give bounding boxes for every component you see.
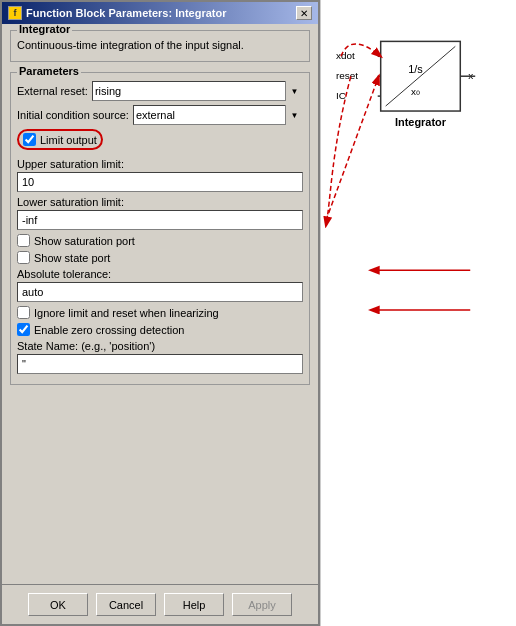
enable-zero-crossing-checkbox[interactable]	[17, 323, 30, 336]
block-name-label: Integrator	[395, 116, 447, 128]
upper-saturation-label: Upper saturation limit:	[17, 158, 303, 170]
integrator-section-title: Integrator	[17, 24, 72, 35]
limit-output-arrow	[326, 76, 379, 220]
absolute-tolerance-label: Absolute tolerance:	[17, 268, 303, 280]
diagram-panel: 1/s x₀ xdot reset IC x Integrator	[320, 0, 516, 626]
absolute-tolerance-container: Absolute tolerance:	[17, 268, 303, 306]
initial-condition-row: Initial condition source: external inter…	[17, 105, 303, 125]
ignore-limit-label: Ignore limit and reset when linearizing	[34, 307, 219, 319]
external-reset-label: External reset:	[17, 85, 88, 97]
show-saturation-port-label: Show saturation port	[34, 235, 135, 247]
external-reset-select-wrapper: rising falling either none ▼	[92, 81, 303, 101]
ignore-limit-row: Ignore limit and reset when linearizing	[17, 306, 303, 319]
enable-zero-crossing-row: Enable zero crossing detection	[17, 323, 303, 336]
dialog-title: Function Block Parameters: Integrator	[26, 7, 227, 19]
limit-output-checkbox[interactable]	[23, 133, 36, 146]
close-button[interactable]: ✕	[296, 6, 312, 20]
initial-condition-select[interactable]: external internal	[133, 105, 303, 125]
upper-saturation-input[interactable]	[17, 172, 303, 192]
state-name-container: State Name: (e.g., 'position')	[17, 340, 303, 378]
initial-state-text: x₀	[411, 86, 420, 97]
integrator-description: Continuous-time integration of the input…	[17, 39, 303, 51]
parameters-section-title: Parameters	[17, 65, 81, 77]
show-state-port-label: Show state port	[34, 252, 110, 264]
show-state-port-checkbox[interactable]	[17, 251, 30, 264]
show-saturation-port-checkbox[interactable]	[17, 234, 30, 247]
title-bar: f Function Block Parameters: Integrator …	[2, 2, 318, 24]
upper-saturation-container: Upper saturation limit:	[17, 158, 303, 196]
transfer-fn-text: 1/s	[408, 63, 423, 75]
lower-saturation-container: Lower saturation limit:	[17, 196, 303, 234]
apply-button[interactable]: Apply	[232, 593, 292, 616]
xdot-port-label: xdot	[336, 50, 355, 61]
absolute-tolerance-input[interactable]	[17, 282, 303, 302]
title-bar-left: f Function Block Parameters: Integrator	[8, 6, 227, 20]
show-state-port-row: Show state port	[17, 251, 303, 264]
initial-condition-label: Initial condition source:	[17, 109, 129, 121]
limit-output-label: Limit output	[40, 134, 97, 146]
dialog-body: Integrator Continuous-time integration o…	[2, 24, 318, 584]
initial-condition-select-wrapper: external internal ▼	[133, 105, 303, 125]
state-name-label: State Name: (e.g., 'position')	[17, 340, 303, 352]
external-reset-row: External reset: rising falling either no…	[17, 81, 303, 101]
integrator-section: Integrator Continuous-time integration o…	[10, 30, 310, 68]
show-saturation-port-row: Show saturation port	[17, 234, 303, 247]
function-block-parameters-dialog: f Function Block Parameters: Integrator …	[0, 0, 320, 626]
external-reset-select[interactable]: rising falling either none	[92, 81, 303, 101]
dialog-icon: f	[8, 6, 22, 20]
limit-output-highlight: Limit output	[17, 129, 103, 150]
ok-button[interactable]: OK	[28, 593, 88, 616]
diagram-svg: 1/s x₀ xdot reset IC x Integrator	[321, 0, 516, 626]
lower-saturation-label: Lower saturation limit:	[17, 196, 303, 208]
help-button[interactable]: Help	[164, 593, 224, 616]
lower-saturation-input[interactable]	[17, 210, 303, 230]
spacer	[10, 391, 310, 578]
parameters-section: Parameters External reset: rising fallin…	[10, 72, 310, 385]
button-bar: OK Cancel Help Apply	[2, 584, 318, 624]
enable-zero-crossing-label: Enable zero crossing detection	[34, 324, 184, 336]
reset-port-label: reset	[336, 70, 358, 81]
cancel-button[interactable]: Cancel	[96, 593, 156, 616]
ignore-limit-checkbox[interactable]	[17, 306, 30, 319]
state-name-input[interactable]	[17, 354, 303, 374]
limit-output-container: Limit output	[17, 129, 303, 154]
